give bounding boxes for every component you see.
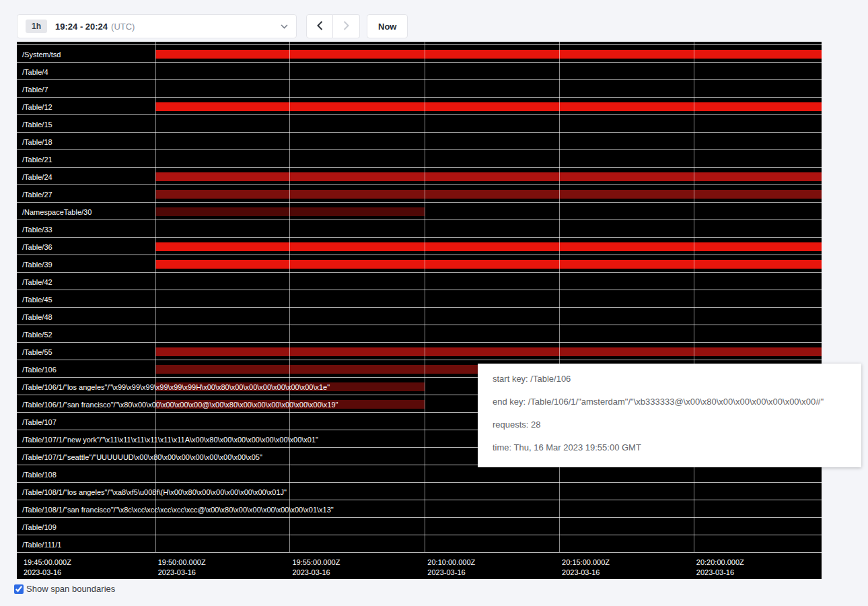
prev-time-button[interactable]	[306, 14, 333, 38]
x-axis-date: 2023-03-16	[24, 568, 71, 578]
span-key-label: /Table/4	[22, 68, 48, 76]
span-key-label: /System/tsd	[22, 50, 61, 59]
time-gridline	[425, 42, 425, 552]
span-row[interactable]: /Table/111/1	[17, 535, 822, 553]
x-axis-label: 19:50:00.000Z2023-03-16	[158, 558, 206, 578]
x-axis-date: 2023-03-16	[158, 568, 206, 578]
show-span-boundaries-label[interactable]: Show span boundaries	[26, 584, 115, 594]
time-range-select[interactable]: 1h 19:24 - 20:24 (UTC)	[17, 14, 297, 38]
span-row[interactable]: /Table/36	[17, 238, 822, 255]
span-row[interactable]: /Table/109	[17, 518, 822, 535]
span-key-label: /Table/109	[22, 523, 57, 531]
tooltip-requests: requests: 28	[493, 420, 846, 430]
span-row[interactable]: /Table/15	[17, 115, 822, 133]
x-axis-label: 20:20:00.000Z2023-03-16	[696, 558, 744, 578]
time-nav-group	[306, 14, 360, 38]
now-button[interactable]: Now	[367, 14, 408, 38]
span-key-label: /Table/107/1/"seattle"/"UUUUUUD\x00\x80\…	[22, 453, 262, 461]
span-row[interactable]: /Table/42	[17, 273, 822, 290]
span-key-label: /Table/24	[22, 173, 52, 181]
time-gridline	[694, 42, 694, 552]
span-key-label: /Table/18	[22, 138, 52, 146]
span-key-label: /Table/39	[22, 261, 52, 269]
span-key-label: /Table/12	[22, 103, 52, 111]
heat-bar[interactable]	[155, 242, 822, 251]
span-row[interactable]: /System/tsd	[17, 45, 822, 63]
span-row[interactable]: /Table/4	[17, 63, 822, 80]
x-axis-label: 19:55:00.000Z2023-03-16	[292, 558, 340, 578]
x-axis-date: 2023-03-16	[562, 568, 610, 578]
x-axis-time: 19:50:00.000Z	[158, 558, 206, 568]
key-visualizer-canvas[interactable]: /System/tsd/Table/4/Table/7/Table/12/Tab…	[17, 42, 822, 579]
span-key-label: /Table/45	[22, 296, 52, 304]
span-row[interactable]: /Table/108/1/"los angeles"/"\xa8\xf5\u00…	[17, 483, 822, 500]
span-row[interactable]: /Table/45	[17, 290, 822, 308]
x-axis-date: 2023-03-16	[292, 568, 340, 578]
span-tooltip: start key: /Table/106 end key: /Table/10…	[478, 364, 861, 467]
span-key-label: /Table/111/1	[22, 541, 61, 549]
span-key-label: /Table/106	[22, 366, 57, 374]
time-range-text: 19:24 - 20:24	[55, 22, 108, 32]
span-row[interactable]: /Table/52	[17, 325, 822, 343]
time-range-badge: 1h	[26, 20, 47, 33]
span-key-label: /Table/15	[22, 121, 52, 129]
x-axis-time: 20:15:00.000Z	[562, 558, 610, 568]
time-gridline	[559, 42, 560, 552]
heat-bar[interactable]	[155, 347, 822, 356]
span-row[interactable]: /Table/27	[17, 185, 822, 203]
span-key-label: /Table/106/1/"los angeles"/"\x99\x99\x99…	[22, 383, 330, 391]
x-axis-date: 2023-03-16	[696, 568, 744, 578]
span-key-label: /Table/48	[22, 313, 52, 321]
span-row[interactable]: /Table/48	[17, 308, 822, 325]
footer-controls: Show span boundaries	[14, 584, 115, 594]
span-key-label: /Table/36	[22, 243, 52, 251]
span-key-label: /NamespaceTable/30	[22, 208, 92, 216]
span-key-label: /Table/52	[22, 331, 52, 339]
span-key-label: /Table/108	[22, 471, 57, 479]
span-key-label: /Table/107/1/"new york"/"\x11\x11\x11\x1…	[22, 436, 318, 444]
heat-bar[interactable]	[155, 50, 822, 59]
next-time-button[interactable]	[333, 14, 360, 38]
x-axis-time: 20:10:00.000Z	[427, 558, 475, 568]
show-span-boundaries-checkbox[interactable]	[14, 584, 24, 594]
span-row[interactable]: /Table/33	[17, 220, 822, 238]
span-row[interactable]: /Table/108	[17, 465, 822, 483]
chevron-left-icon	[317, 21, 323, 32]
span-key-label: /Table/107	[22, 418, 57, 426]
span-row[interactable]: /Table/55	[17, 343, 822, 360]
span-key-label: /Table/27	[22, 191, 52, 199]
tooltip-start-key: start key: /Table/106	[493, 374, 846, 384]
span-key-label: /Table/106/1/"san francisco"/"\x80\x00\x…	[22, 401, 338, 409]
span-row[interactable]: /Table/12	[17, 98, 822, 115]
span-row[interactable]: /NamespaceTable/30	[17, 203, 822, 220]
span-row[interactable]: /Table/18	[17, 133, 822, 150]
span-key-label: /Table/7	[22, 86, 48, 94]
span-row[interactable]: /Table/21	[17, 150, 822, 168]
heat-bar[interactable]	[155, 102, 822, 111]
heat-bar[interactable]	[155, 260, 822, 269]
span-row[interactable]: /Table/108/1/"san francisco"/"\x8c\xcc\x…	[17, 500, 822, 518]
x-axis-label: 20:15:00.000Z2023-03-16	[562, 558, 610, 578]
heat-bar[interactable]	[155, 190, 822, 199]
tooltip-time: time: Thu, 16 Mar 2023 19:55:00 GMT	[493, 443, 846, 452]
time-gridline	[289, 42, 290, 552]
x-axis-time: 20:20:00.000Z	[696, 558, 744, 568]
chevron-down-icon	[281, 24, 288, 29]
span-key-label: /Table/21	[22, 156, 52, 164]
chevron-right-icon	[343, 21, 349, 32]
tooltip-end-key: end key: /Table/106/1/"amsterdam"/"\xb33…	[493, 397, 846, 407]
heat-bar[interactable]	[155, 172, 822, 181]
time-gridline	[155, 42, 156, 552]
span-row[interactable]: /Table/24	[17, 168, 822, 185]
span-key-label: /Table/42	[22, 278, 52, 286]
heatmap-rows: /System/tsd/Table/4/Table/7/Table/12/Tab…	[17, 44, 822, 553]
span-key-label: /Table/55	[22, 348, 52, 356]
x-axis-date: 2023-03-16	[427, 568, 475, 578]
span-row[interactable]: /Table/7	[17, 80, 822, 98]
span-key-label: /Table/108/1/"los angeles"/"\xa8\xf5\u00…	[22, 488, 287, 496]
x-axis-label: 19:45:00.000Z2023-03-16	[24, 558, 71, 578]
span-key-label: /Table/33	[22, 226, 52, 234]
span-row[interactable]: /Table/39	[17, 255, 822, 273]
x-axis-label: 20:10:00.000Z2023-03-16	[427, 558, 475, 578]
time-range-timezone: (UTC)	[111, 22, 135, 32]
